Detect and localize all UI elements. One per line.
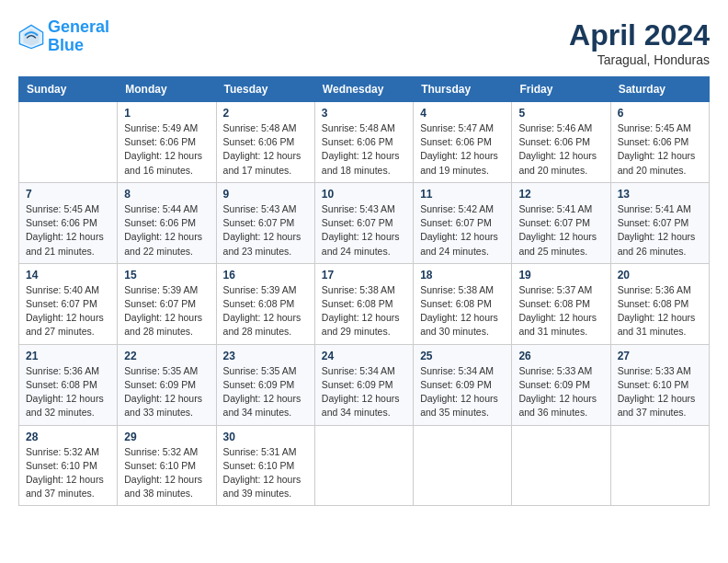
day-info: Sunrise: 5:32 AMSunset: 6:10 PMDaylight:… [26, 445, 110, 501]
calendar-cell: 14Sunrise: 5:40 AMSunset: 6:07 PMDayligh… [19, 263, 118, 344]
calendar-week-row: 14Sunrise: 5:40 AMSunset: 6:07 PMDayligh… [19, 263, 710, 344]
day-info: Sunrise: 5:46 AMSunset: 6:06 PMDaylight:… [518, 121, 603, 178]
calendar-week-row: 21Sunrise: 5:36 AMSunset: 6:08 PMDayligh… [19, 344, 710, 425]
column-header-saturday: Saturday [610, 77, 709, 102]
day-number: 30 [223, 431, 308, 443]
calendar-cell: 10Sunrise: 5:43 AMSunset: 6:07 PMDayligh… [314, 182, 413, 263]
day-number: 12 [518, 188, 603, 201]
day-info: Sunrise: 5:42 AMSunset: 6:07 PMDaylight:… [420, 202, 505, 259]
day-info: Sunrise: 5:35 AMSunset: 6:09 PMDaylight:… [223, 364, 308, 420]
calendar-cell [610, 425, 709, 506]
day-number: 7 [26, 188, 110, 201]
calendar-cell: 23Sunrise: 5:35 AMSunset: 6:09 PMDayligh… [216, 344, 314, 425]
day-info: Sunrise: 5:44 AMSunset: 6:06 PMDaylight:… [124, 202, 209, 259]
day-number: 23 [223, 350, 308, 362]
calendar-cell: 11Sunrise: 5:42 AMSunset: 6:07 PMDayligh… [414, 182, 512, 263]
calendar-title: April 2024 [569, 18, 710, 52]
calendar-cell: 17Sunrise: 5:38 AMSunset: 6:08 PMDayligh… [314, 263, 413, 344]
calendar-cell: 4Sunrise: 5:47 AMSunset: 6:06 PMDaylight… [414, 102, 512, 183]
column-header-monday: Monday [118, 77, 216, 102]
day-info: Sunrise: 5:41 AMSunset: 6:07 PMDaylight:… [518, 202, 603, 259]
calendar-cell: 2Sunrise: 5:48 AMSunset: 6:06 PMDaylight… [216, 102, 314, 183]
day-info: Sunrise: 5:39 AMSunset: 6:07 PMDaylight:… [124, 283, 209, 339]
day-number: 24 [322, 350, 406, 362]
day-info: Sunrise: 5:36 AMSunset: 6:08 PMDaylight:… [26, 364, 110, 420]
calendar-cell: 28Sunrise: 5:32 AMSunset: 6:10 PMDayligh… [19, 425, 118, 506]
logo-icon [18, 24, 44, 50]
day-number: 9 [223, 188, 308, 201]
day-info: Sunrise: 5:38 AMSunset: 6:08 PMDaylight:… [420, 283, 505, 339]
day-info: Sunrise: 5:41 AMSunset: 6:07 PMDaylight:… [618, 202, 702, 259]
day-info: Sunrise: 5:38 AMSunset: 6:08 PMDaylight:… [322, 283, 406, 339]
calendar-cell: 22Sunrise: 5:35 AMSunset: 6:09 PMDayligh… [118, 344, 216, 425]
day-info: Sunrise: 5:36 AMSunset: 6:08 PMDaylight:… [618, 283, 702, 339]
day-info: Sunrise: 5:34 AMSunset: 6:09 PMDaylight:… [322, 364, 406, 420]
calendar-cell: 26Sunrise: 5:33 AMSunset: 6:09 PMDayligh… [512, 344, 610, 425]
column-header-tuesday: Tuesday [216, 77, 314, 102]
day-number: 13 [618, 188, 702, 201]
calendar-cell: 20Sunrise: 5:36 AMSunset: 6:08 PMDayligh… [610, 263, 709, 344]
day-info: Sunrise: 5:37 AMSunset: 6:08 PMDaylight:… [518, 283, 603, 339]
day-number: 20 [618, 269, 702, 282]
day-number: 2 [223, 107, 308, 120]
column-header-wednesday: Wednesday [314, 77, 413, 102]
calendar-cell: 19Sunrise: 5:37 AMSunset: 6:08 PMDayligh… [512, 263, 610, 344]
day-number: 11 [420, 188, 505, 201]
day-info: Sunrise: 5:48 AMSunset: 6:06 PMDaylight:… [223, 121, 308, 178]
calendar-cell: 25Sunrise: 5:34 AMSunset: 6:09 PMDayligh… [414, 344, 512, 425]
day-info: Sunrise: 5:43 AMSunset: 6:07 PMDaylight:… [322, 202, 406, 259]
calendar-cell: 1Sunrise: 5:49 AMSunset: 6:06 PMDaylight… [118, 102, 216, 183]
day-number: 29 [124, 431, 209, 443]
column-header-thursday: Thursday [414, 77, 512, 102]
day-info: Sunrise: 5:31 AMSunset: 6:10 PMDaylight:… [223, 445, 308, 501]
calendar-cell: 18Sunrise: 5:38 AMSunset: 6:08 PMDayligh… [414, 263, 512, 344]
calendar-cell: 30Sunrise: 5:31 AMSunset: 6:10 PMDayligh… [216, 425, 314, 506]
calendar-cell: 8Sunrise: 5:44 AMSunset: 6:06 PMDaylight… [118, 182, 216, 263]
day-number: 28 [26, 431, 110, 443]
calendar-cell: 29Sunrise: 5:32 AMSunset: 6:10 PMDayligh… [118, 425, 216, 506]
page-header: General Blue April 2024 Taragual, Hondur… [18, 18, 710, 67]
calendar-table: SundayMondayTuesdayWednesdayThursdayFrid… [18, 76, 710, 506]
day-number: 15 [124, 269, 209, 282]
day-info: Sunrise: 5:39 AMSunset: 6:08 PMDaylight:… [223, 283, 308, 339]
calendar-cell: 24Sunrise: 5:34 AMSunset: 6:09 PMDayligh… [314, 344, 413, 425]
column-header-sunday: Sunday [19, 77, 118, 102]
logo: General Blue [18, 18, 109, 55]
day-number: 6 [618, 107, 702, 120]
calendar-cell [19, 102, 118, 183]
calendar-week-row: 28Sunrise: 5:32 AMSunset: 6:10 PMDayligh… [19, 425, 710, 506]
calendar-cell: 13Sunrise: 5:41 AMSunset: 6:07 PMDayligh… [610, 182, 709, 263]
column-header-friday: Friday [512, 77, 610, 102]
calendar-cell: 7Sunrise: 5:45 AMSunset: 6:06 PMDaylight… [19, 182, 118, 263]
day-number: 1 [124, 107, 209, 120]
calendar-cell: 3Sunrise: 5:48 AMSunset: 6:06 PMDaylight… [314, 102, 413, 183]
day-number: 19 [518, 269, 603, 282]
day-info: Sunrise: 5:32 AMSunset: 6:10 PMDaylight:… [124, 445, 209, 501]
day-number: 21 [26, 350, 110, 362]
day-number: 25 [420, 350, 505, 362]
calendar-cell [314, 425, 413, 506]
day-info: Sunrise: 5:45 AMSunset: 6:06 PMDaylight:… [26, 202, 110, 259]
day-info: Sunrise: 5:33 AMSunset: 6:09 PMDaylight:… [518, 364, 603, 420]
calendar-header-row: SundayMondayTuesdayWednesdayThursdayFrid… [19, 77, 710, 102]
calendar-cell: 16Sunrise: 5:39 AMSunset: 6:08 PMDayligh… [216, 263, 314, 344]
calendar-cell: 9Sunrise: 5:43 AMSunset: 6:07 PMDaylight… [216, 182, 314, 263]
calendar-week-row: 7Sunrise: 5:45 AMSunset: 6:06 PMDaylight… [19, 182, 710, 263]
calendar-cell: 15Sunrise: 5:39 AMSunset: 6:07 PMDayligh… [118, 263, 216, 344]
day-number: 10 [322, 188, 406, 201]
day-number: 16 [223, 269, 308, 282]
day-number: 17 [322, 269, 406, 282]
logo-text: General Blue [48, 18, 109, 55]
calendar-cell: 21Sunrise: 5:36 AMSunset: 6:08 PMDayligh… [19, 344, 118, 425]
day-info: Sunrise: 5:48 AMSunset: 6:06 PMDaylight:… [322, 121, 406, 178]
day-info: Sunrise: 5:49 AMSunset: 6:06 PMDaylight:… [124, 121, 209, 178]
day-number: 4 [420, 107, 505, 120]
day-number: 18 [420, 269, 505, 282]
day-number: 27 [618, 350, 702, 362]
calendar-subtitle: Taragual, Honduras [569, 52, 710, 67]
calendar-cell: 12Sunrise: 5:41 AMSunset: 6:07 PMDayligh… [512, 182, 610, 263]
calendar-cell: 6Sunrise: 5:45 AMSunset: 6:06 PMDaylight… [610, 102, 709, 183]
calendar-cell [414, 425, 512, 506]
calendar-week-row: 1Sunrise: 5:49 AMSunset: 6:06 PMDaylight… [19, 102, 710, 183]
day-info: Sunrise: 5:45 AMSunset: 6:06 PMDaylight:… [618, 121, 702, 178]
